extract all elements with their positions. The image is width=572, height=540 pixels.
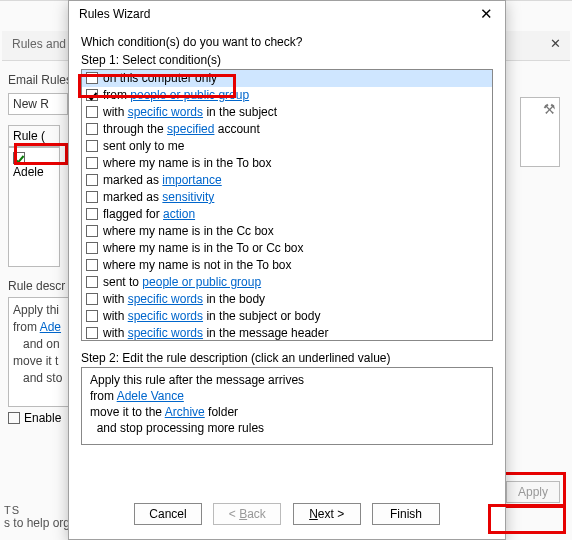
condition-checkbox[interactable] [86, 327, 98, 339]
condition-link[interactable]: people or public group [130, 88, 249, 102]
step1-label: Step 1: Select condition(s) [81, 53, 493, 67]
tools-icon: ⚒ [543, 101, 556, 117]
condition-row[interactable]: where my name is in the To or Cc box [82, 240, 492, 257]
finish-button[interactable]: Finish [372, 503, 440, 525]
condition-row[interactable]: sent only to me [82, 138, 492, 155]
condition-link[interactable]: specific words [128, 105, 203, 119]
folder-value-link[interactable]: Archive [165, 405, 205, 419]
condition-row[interactable]: marked as importance [82, 172, 492, 189]
desc-line: and on [13, 336, 73, 353]
new-rule-button[interactable]: New R [8, 93, 68, 115]
condition-text: where my name is in the To box [103, 156, 272, 170]
condition-row[interactable]: sent to people or public group [82, 274, 492, 291]
rule-name-label: Adele [13, 165, 44, 179]
desc-line: Apply this rule after the message arrive… [90, 372, 484, 388]
condition-row[interactable]: marked as sensitivity [82, 189, 492, 206]
new-rule-label: New R [13, 97, 49, 111]
condition-text: with [103, 292, 128, 306]
footer-text: TS s to help orga [4, 504, 77, 530]
condition-text: with [103, 326, 128, 340]
condition-row[interactable]: where my name is in the To box [82, 155, 492, 172]
condition-link[interactable]: people or public group [142, 275, 261, 289]
condition-checkbox[interactable] [86, 310, 98, 322]
rule-enabled-checkbox[interactable] [13, 152, 25, 164]
back-button[interactable]: < Back [213, 503, 281, 525]
condition-row[interactable]: with specific words in the message heade… [82, 325, 492, 341]
condition-text: where my name is in the Cc box [103, 224, 274, 238]
condition-text: from [103, 88, 130, 102]
condition-checkbox[interactable] [86, 140, 98, 152]
cancel-button[interactable]: Cancel [134, 503, 202, 525]
conditions-listbox[interactable]: on this computer onlyfrom people or publ… [81, 69, 493, 341]
dialog-button-row: Cancel < Back Next > Finish [69, 503, 505, 525]
rule-list-item[interactable]: Adele [8, 147, 60, 267]
condition-row[interactable]: on this computer only [82, 70, 492, 87]
condition-checkbox[interactable] [86, 293, 98, 305]
condition-text: with [103, 309, 128, 323]
condition-checkbox[interactable] [86, 225, 98, 237]
condition-text: on this computer only [103, 71, 217, 85]
condition-link[interactable]: specific words [128, 309, 203, 323]
desc-line: move it t [13, 353, 73, 370]
step2-label: Step 2: Edit the rule description (click… [81, 351, 493, 365]
condition-text: with [103, 105, 128, 119]
condition-text: flagged for [103, 207, 163, 221]
condition-link[interactable]: specified [167, 122, 214, 136]
checkbox-icon [8, 412, 20, 424]
rule-description-editor: Apply this rule after the message arrive… [81, 367, 493, 445]
condition-row[interactable]: from people or public group [82, 87, 492, 104]
desc-link[interactable]: Ade [40, 320, 61, 334]
condition-text: in the body [203, 292, 265, 306]
desc-line: and stop processing more rules [90, 420, 484, 436]
condition-link[interactable]: specific words [128, 292, 203, 306]
condition-text: account [214, 122, 259, 136]
condition-link[interactable]: sensitivity [162, 190, 214, 204]
desc-line: from Ade [13, 319, 73, 336]
condition-checkbox[interactable] [86, 191, 98, 203]
condition-checkbox[interactable] [86, 157, 98, 169]
from-value-link[interactable]: Adele Vance [117, 389, 184, 403]
condition-checkbox[interactable] [86, 276, 98, 288]
desc-line: and sto [13, 370, 73, 387]
close-button[interactable]: ✕ [473, 5, 499, 27]
condition-checkbox[interactable] [86, 89, 98, 101]
desc-line: from Adele Vance [90, 388, 484, 404]
condition-row[interactable]: flagged for action [82, 206, 492, 223]
desc-line: Apply thi [13, 302, 73, 319]
condition-text: marked as [103, 190, 162, 204]
condition-link[interactable]: importance [162, 173, 221, 187]
condition-text: marked as [103, 173, 162, 187]
condition-checkbox[interactable] [86, 242, 98, 254]
condition-row[interactable]: through the specified account [82, 121, 492, 138]
condition-link[interactable]: action [163, 207, 195, 221]
condition-text: where my name is not in the To box [103, 258, 292, 272]
next-button[interactable]: Next > [293, 503, 361, 525]
dialog-title: Rules Wizard [79, 7, 150, 21]
condition-checkbox[interactable] [86, 123, 98, 135]
condition-text: in the subject or body [203, 309, 320, 323]
condition-row[interactable]: where my name is in the Cc box [82, 223, 492, 240]
condition-row[interactable]: with specific words in the body [82, 291, 492, 308]
condition-text: sent only to me [103, 139, 184, 153]
condition-text: through the [103, 122, 167, 136]
prompt-text: Which condition(s) do you want to check? [81, 35, 493, 49]
close-icon: ✕ [480, 5, 493, 22]
condition-link[interactable]: specific words [128, 326, 203, 340]
condition-text: in the message header [203, 326, 328, 340]
rule-column-header: Rule ( [8, 125, 60, 147]
condition-checkbox[interactable] [86, 174, 98, 186]
actions-pane: ⚒ [520, 97, 560, 167]
condition-row[interactable]: with specific words in the subject or bo… [82, 308, 492, 325]
condition-checkbox[interactable] [86, 72, 98, 84]
condition-checkbox[interactable] [86, 106, 98, 118]
condition-checkbox[interactable] [86, 208, 98, 220]
apply-button[interactable]: Apply [506, 481, 560, 503]
condition-text: in the subject [203, 105, 277, 119]
enable-label: Enable [24, 411, 61, 425]
condition-checkbox[interactable] [86, 259, 98, 271]
condition-row[interactable]: where my name is not in the To box [82, 257, 492, 274]
condition-text: sent to [103, 275, 142, 289]
enable-rules-checkbox[interactable]: Enable [8, 411, 61, 425]
condition-row[interactable]: with specific words in the subject [82, 104, 492, 121]
parent-close-icon[interactable]: ✕ [546, 36, 564, 54]
